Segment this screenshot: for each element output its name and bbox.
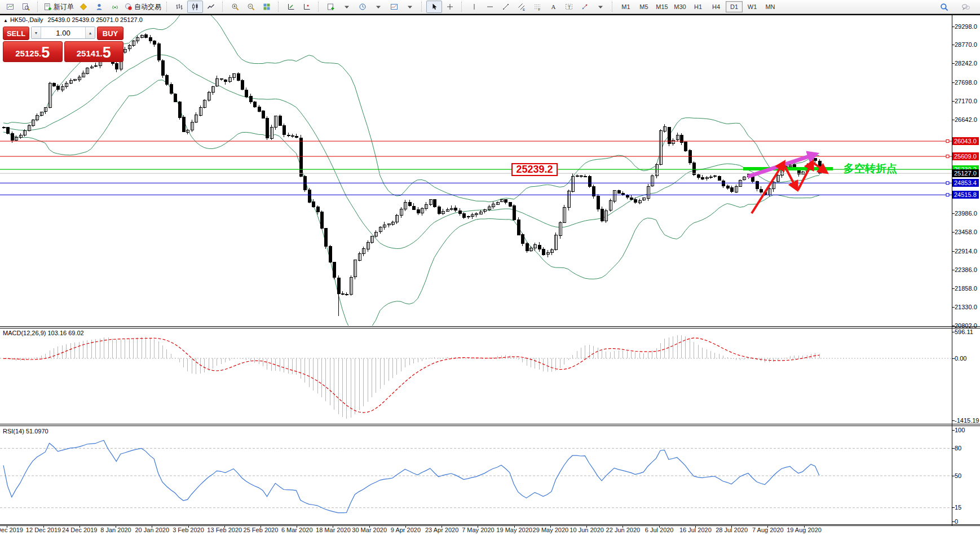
chart-ohlc-values: 25439.0 25439.0 25071.0 25127.0 <box>48 16 143 23</box>
new-order-button-label: 新订单 <box>54 2 74 12</box>
svg-text:F: F <box>538 8 541 11</box>
date-tick-label: 6 Mar 2020 <box>281 527 313 533</box>
volume-input[interactable]: 1.00 <box>41 27 85 38</box>
candlestick-chart-icon[interactable] <box>187 1 203 13</box>
expert-advisors-icon[interactable] <box>91 1 107 13</box>
red-zigzag-arrow-3[interactable] <box>798 162 813 190</box>
timeframe-d1[interactable]: D1 <box>726 1 743 12</box>
fibonacci-tool[interactable]: F <box>529 1 545 13</box>
buy-price-display[interactable]: 25141.5 <box>64 41 124 62</box>
toolbar-separator <box>222 2 225 12</box>
chart-shift-icon[interactable] <box>299 1 315 13</box>
timeframe-h4[interactable]: H4 <box>708 1 725 12</box>
cursor-tool[interactable] <box>426 1 442 13</box>
new-chart-button[interactable] <box>323 1 339 13</box>
auto-scroll-icon[interactable] <box>283 1 299 13</box>
zoom-out-icon[interactable] <box>243 1 259 13</box>
toolbar-separator <box>612 2 615 12</box>
date-axis: 2 Dec 201912 Dec 201924 Dec 20198 Jan 20… <box>0 527 952 535</box>
charts-icon[interactable] <box>2 1 18 13</box>
buy-price-frac: 5 <box>103 45 111 60</box>
tile-windows-icon[interactable] <box>259 1 275 13</box>
hline-handle-25609.0[interactable] <box>946 155 949 158</box>
toolbar: 新订单自动交易EFATM1M5M15M30H1H4D1W1MN <box>0 0 980 14</box>
sell-price-display[interactable]: 25125.5 <box>3 41 63 62</box>
hline-handle-24515.8[interactable] <box>946 194 949 196</box>
timeframe-w1[interactable]: W1 <box>744 1 761 12</box>
candlestick-series <box>2 33 821 316</box>
toolbar-separator <box>37 2 40 12</box>
new-chart-dropdown[interactable] <box>339 1 355 13</box>
zoom-in-icon[interactable] <box>227 1 243 13</box>
hline-handle-26043.0[interactable] <box>946 140 949 143</box>
signals-icon[interactable] <box>107 1 123 13</box>
toolbar-separator <box>318 2 321 12</box>
date-tick-label: 20 Jan 2020 <box>135 527 169 533</box>
one-click-trading-panel: SELL ▼ 1.00 ▲ BUY 25125.5 25141.5 <box>3 27 123 63</box>
trendline-tool[interactable] <box>498 1 514 13</box>
templates-dropdown[interactable] <box>402 1 418 13</box>
templates-icon[interactable] <box>386 1 402 13</box>
date-tick-label: 30 Mar 2020 <box>352 527 387 533</box>
hline-handle-24853.4[interactable] <box>946 182 949 185</box>
chart-symbol-period: HK50-,Daily <box>10 16 43 23</box>
date-tick-label: 7 Aug 2020 <box>752 527 784 533</box>
period-icon[interactable] <box>355 1 370 13</box>
date-tick-label: 19 May 2020 <box>496 527 532 533</box>
toolbar-separator <box>421 2 424 12</box>
price-callout-label[interactable]: 25239.2 <box>511 163 558 176</box>
period-dropdown[interactable] <box>370 1 386 13</box>
date-tick-label: 29 May 2020 <box>533 527 569 533</box>
arrows-tool[interactable] <box>577 1 593 13</box>
new-order-button[interactable]: 新订单 <box>42 1 76 13</box>
macd-indicator-label: MACD(12,26,9) 103.16 69.02 <box>3 330 84 336</box>
vertical-line-tool[interactable] <box>466 1 482 13</box>
buy-button[interactable]: BUY <box>97 27 123 40</box>
date-tick-label: 19 Aug 2020 <box>787 527 822 533</box>
timeframe-m15[interactable]: M15 <box>654 1 670 12</box>
sell-price-frac: 5 <box>41 45 50 60</box>
date-tick-label: 2 Dec 2019 <box>0 527 23 533</box>
toolbar-search-icon[interactable] <box>936 1 952 13</box>
arrows-dropdown[interactable] <box>593 1 608 13</box>
annotation-text[interactable]: 多空转折点 <box>844 161 897 176</box>
timeframe-m5[interactable]: M5 <box>635 1 652 12</box>
data-window-icon[interactable] <box>18 1 34 13</box>
market-watch-icon[interactable] <box>76 1 91 13</box>
date-tick-label: 18 Mar 2020 <box>316 527 351 533</box>
svg-text:T: T <box>568 5 571 10</box>
equidistant-channel-tool[interactable]: E <box>514 1 529 13</box>
crosshair-tool[interactable] <box>442 1 458 13</box>
line-chart-icon[interactable] <box>203 1 219 13</box>
horizontal-line-tool[interactable] <box>482 1 498 13</box>
toolbar-separator <box>461 2 464 12</box>
date-tick-label: 7 May 2020 <box>462 527 494 533</box>
mt4-terminal-window: 新订单自动交易EFATM1M5M15M30H1H4D1W1MN ▲HK50-,D… <box>0 0 980 535</box>
chart-canvas[interactable] <box>0 0 980 535</box>
timeframe-mn[interactable]: MN <box>762 1 779 12</box>
label-tool[interactable]: T <box>561 1 577 13</box>
bar-chart-icon[interactable] <box>171 1 187 13</box>
buy-price-int: 25141. <box>77 47 103 60</box>
toolbar-chat-icon[interactable] <box>957 1 973 13</box>
date-tick-label: 8 Jan 2020 <box>100 527 131 533</box>
panel-collapse-icon[interactable]: ▲ <box>3 18 8 23</box>
text-tool[interactable]: A <box>545 1 561 13</box>
date-tick-label: 9 Apr 2020 <box>391 527 421 533</box>
timeframe-m30[interactable]: M30 <box>672 1 688 12</box>
volume-decrease-button[interactable]: ▼ <box>32 27 41 38</box>
auto-trading-button-label: 自动交易 <box>134 2 161 12</box>
sell-button[interactable]: SELL <box>3 27 29 40</box>
timeframe-h1[interactable]: H1 <box>690 1 707 12</box>
date-tick-label: 12 Dec 2019 <box>26 527 61 533</box>
date-tick-label: 16 Jul 2020 <box>679 527 712 533</box>
date-tick-label: 28 Jul 2020 <box>716 527 748 533</box>
timeframe-m1[interactable]: M1 <box>617 1 634 12</box>
chart-title: ▲HK50-,Daily25439.0 25439.0 25071.0 2512… <box>3 16 143 23</box>
toolbar-separator <box>278 2 281 12</box>
date-tick-label: 10 Jun 2020 <box>570 527 604 533</box>
volume-increase-button[interactable]: ▲ <box>85 27 95 38</box>
svg-text:E: E <box>523 8 525 11</box>
date-tick-label: 22 Jun 2020 <box>606 527 641 533</box>
auto-trading-button[interactable]: 自动交易 <box>123 1 163 13</box>
